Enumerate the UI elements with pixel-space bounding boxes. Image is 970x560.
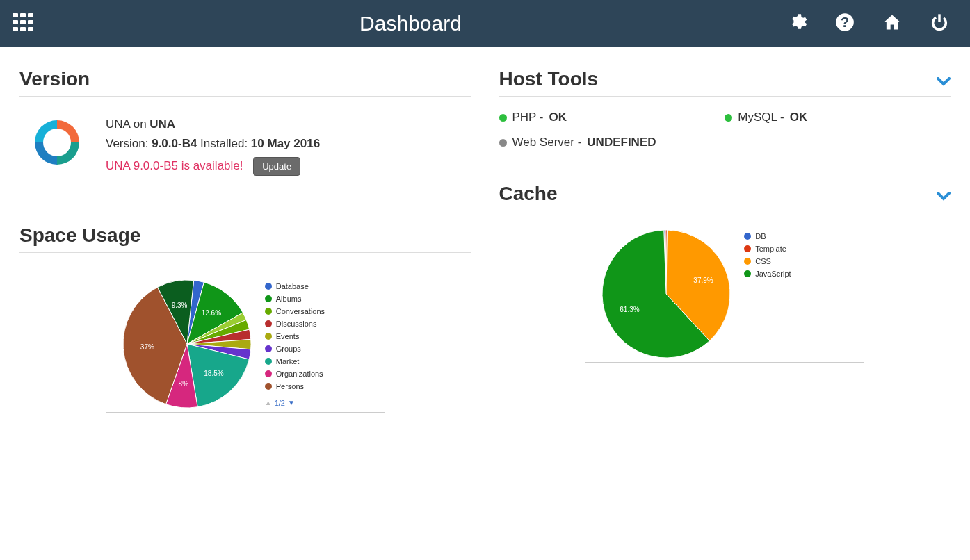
legend-item[interactable]: Discussions	[265, 318, 379, 330]
legend-item[interactable]: Organizations	[265, 368, 379, 380]
host-tools-heading: Host Tools	[499, 68, 599, 90]
version-panel: UNA on UNA Version: 9.0.0-B4 Installed: …	[19, 115, 471, 176]
divider	[499, 96, 951, 97]
legend-item[interactable]: Albums	[265, 293, 379, 305]
app-prefix: UNA on	[106, 117, 149, 131]
space-pie[interactable]: 12.6%18.5%8%37%9.3%	[123, 280, 251, 408]
legend-label: JavaScript	[755, 267, 791, 280]
pie-slice-label: 12.6%	[202, 309, 221, 317]
legend-item[interactable]: JavaScript	[744, 267, 858, 280]
svg-rect-8	[28, 27, 33, 31]
pie-slice-label: 37%	[140, 343, 154, 351]
apps-menu-icon[interactable]	[13, 13, 33, 34]
legend-label: Persons	[276, 380, 304, 393]
legend-item[interactable]: Market	[265, 355, 379, 368]
version-value: 9.0.0-B4	[152, 137, 197, 150]
cache-section: Cache 37.9%61.3% DBTemplateCSSJavaScript	[499, 183, 951, 363]
legend-item[interactable]: Groups	[265, 343, 379, 355]
svg-text:?: ?	[841, 15, 849, 30]
cache-chart: 37.9%61.3% DBTemplateCSSJavaScript	[585, 224, 864, 363]
legend-swatch-icon	[265, 283, 272, 290]
version-info: UNA on UNA Version: 9.0.0-B4 Installed: …	[106, 115, 320, 176]
legend-label: CSS	[755, 255, 771, 267]
space-legend-pager: ▲ 1/2 ▼	[265, 397, 379, 409]
legend-swatch-icon	[265, 320, 272, 327]
left-column: Version UNA on UNA Version: 9.0.0-B4 Ins…	[19, 68, 471, 413]
status-dot-icon	[499, 114, 507, 122]
app-name: UNA	[149, 117, 175, 131]
pager-next-icon[interactable]: ▼	[288, 397, 295, 409]
legend-item[interactable]: DB	[744, 230, 858, 242]
home-icon[interactable]	[882, 13, 902, 35]
pie-slice-label: 8%	[179, 379, 188, 387]
divider	[19, 252, 471, 253]
host-item-name: PHP -	[512, 110, 544, 124]
version-heading: Version	[19, 68, 471, 90]
legend-swatch-icon	[265, 295, 272, 302]
legend-item[interactable]: Conversations	[265, 305, 379, 318]
legend-swatch-icon	[265, 308, 272, 315]
legend-label: Template	[755, 242, 786, 255]
pie-slice-label: 18.5%	[204, 370, 223, 377]
host-item-name: Web Server -	[512, 135, 582, 149]
right-column: Host Tools PHP - OKMySQL - OKWeb Server …	[499, 68, 951, 413]
legend-swatch-icon	[265, 358, 272, 365]
legend-swatch-icon	[744, 233, 751, 240]
legend-label: Events	[276, 330, 300, 343]
pie-slice-label: 61.3%	[620, 305, 639, 313]
dashboard-content: Version UNA on UNA Version: 9.0.0-B4 Ins…	[0, 47, 970, 413]
legend-item[interactable]: Database	[265, 280, 379, 293]
legend-label: Database	[276, 280, 309, 293]
svg-rect-7	[20, 27, 26, 31]
installed-date: 10 May 2016	[251, 137, 320, 150]
space-legend: DatabaseAlbumsConversationsDiscussionsEv…	[251, 280, 379, 406]
space-usage-section: Space Usage 12.6%18.5%8%37%9.3% Database…	[19, 224, 471, 413]
host-item: PHP - OK	[499, 110, 725, 124]
cache-heading: Cache	[499, 183, 558, 205]
page-title: Dashboard	[33, 12, 788, 35]
legend-item[interactable]: Template	[744, 242, 858, 255]
host-item: MySQL - OK	[725, 110, 951, 124]
installed-label: Installed:	[197, 137, 251, 150]
divider	[499, 211, 951, 211]
legend-item[interactable]: Persons	[265, 380, 379, 393]
status-dot-icon	[725, 114, 732, 122]
gear-icon[interactable]	[788, 13, 807, 35]
host-item-status: OK	[790, 110, 808, 124]
host-tools-grid: PHP - OKMySQL - OKWeb Server - UNDEFINED	[499, 110, 951, 149]
host-item: Web Server - UNDEFINED	[499, 135, 725, 149]
svg-rect-1	[20, 13, 26, 17]
update-button[interactable]: Update	[253, 157, 300, 176]
pie-slice-label: 37.9%	[693, 276, 713, 283]
legend-label: Conversations	[276, 305, 325, 318]
svg-rect-0	[13, 13, 18, 17]
host-item-status: OK	[549, 110, 567, 124]
cache-pie[interactable]: 37.9%61.3%	[602, 230, 730, 358]
legend-swatch-icon	[744, 258, 751, 265]
legend-swatch-icon	[744, 245, 751, 252]
host-tools-head: Host Tools	[499, 68, 951, 96]
help-icon[interactable]: ?	[835, 13, 855, 35]
pager-position: 1/2	[275, 397, 285, 409]
svg-rect-3	[13, 20, 18, 24]
legend-swatch-icon	[265, 333, 272, 340]
svg-rect-4	[20, 20, 26, 24]
power-icon[interactable]	[930, 13, 949, 35]
legend-item[interactable]: CSS	[744, 255, 858, 267]
host-item-name: MySQL -	[738, 110, 784, 124]
update-available-text: UNA 9.0.0-B5 is available!	[106, 156, 243, 176]
svg-rect-5	[28, 20, 33, 24]
una-logo-icon	[29, 115, 85, 170]
legend-swatch-icon	[265, 383, 272, 390]
legend-swatch-icon	[265, 370, 272, 377]
legend-swatch-icon	[265, 345, 272, 352]
legend-label: DB	[755, 230, 766, 242]
legend-swatch-icon	[744, 270, 751, 277]
legend-label: Market	[276, 355, 300, 368]
header-actions: ?	[788, 13, 970, 35]
chevron-down-icon[interactable]	[937, 189, 951, 205]
chevron-down-icon[interactable]	[937, 74, 951, 90]
legend-item[interactable]: Events	[265, 330, 379, 343]
app-header: Dashboard ?	[0, 0, 970, 47]
pager-prev-icon[interactable]: ▲	[265, 397, 272, 409]
